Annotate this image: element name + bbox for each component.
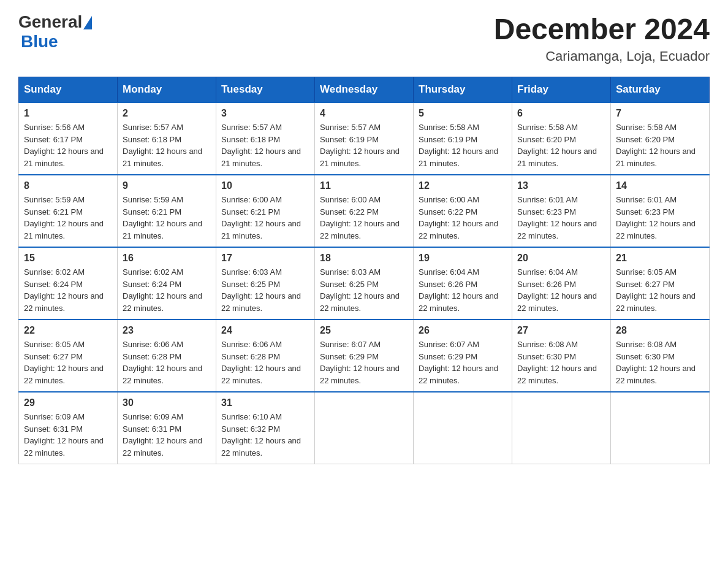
day-number: 2 — [123, 108, 211, 119]
day-number: 5 — [419, 108, 507, 119]
calendar-cell-w5-d1: 29 Sunrise: 6:09 AMSunset: 6:31 PMDaylig… — [19, 392, 118, 464]
day-info: Sunrise: 6:02 AMSunset: 6:24 PMDaylight:… — [24, 266, 112, 314]
day-number: 27 — [517, 325, 605, 336]
week-row-1: 1 Sunrise: 5:56 AMSunset: 6:17 PMDayligh… — [19, 102, 710, 175]
day-info: Sunrise: 6:09 AMSunset: 6:31 PMDaylight:… — [24, 411, 112, 459]
week-row-4: 22 Sunrise: 6:05 AMSunset: 6:27 PMDaylig… — [19, 320, 710, 392]
day-number: 24 — [221, 325, 309, 336]
header-sunday: Sunday — [19, 77, 118, 103]
day-number: 8 — [24, 180, 112, 191]
day-info: Sunrise: 6:00 AMSunset: 6:21 PMDaylight:… — [221, 194, 309, 242]
day-info: Sunrise: 5:58 AMSunset: 6:20 PMDaylight:… — [517, 121, 605, 169]
day-number: 1 — [24, 108, 112, 119]
day-info: Sunrise: 6:01 AMSunset: 6:23 PMDaylight:… — [616, 194, 704, 242]
day-number: 10 — [221, 180, 309, 191]
calendar-cell-w3-d1: 15 Sunrise: 6:02 AMSunset: 6:24 PMDaylig… — [19, 247, 118, 320]
logo-general-text: General — [18, 12, 82, 32]
day-number: 21 — [616, 253, 704, 264]
day-info: Sunrise: 6:06 AMSunset: 6:28 PMDaylight:… — [221, 339, 309, 386]
day-number: 29 — [24, 397, 112, 408]
header-monday: Monday — [118, 77, 216, 103]
header-tuesday: Tuesday — [216, 77, 315, 103]
day-info: Sunrise: 6:03 AMSunset: 6:25 PMDaylight:… — [221, 266, 309, 314]
calendar-cell-w2-d5: 12 Sunrise: 6:00 AMSunset: 6:22 PMDaylig… — [414, 175, 512, 247]
day-info: Sunrise: 5:58 AMSunset: 6:20 PMDaylight:… — [616, 121, 704, 169]
day-info: Sunrise: 6:05 AMSunset: 6:27 PMDaylight:… — [616, 266, 704, 314]
day-info: Sunrise: 5:57 AMSunset: 6:18 PMDaylight:… — [123, 121, 211, 169]
day-number: 15 — [24, 253, 112, 264]
logo: General Blue — [18, 12, 92, 52]
title-section: December 2024 Cariamanga, Loja, Ecuador — [494, 12, 710, 64]
day-info: Sunrise: 6:06 AMSunset: 6:28 PMDaylight:… — [123, 339, 211, 386]
day-number: 17 — [221, 253, 309, 264]
day-info: Sunrise: 6:07 AMSunset: 6:29 PMDaylight:… — [419, 339, 507, 386]
day-number: 4 — [320, 108, 408, 119]
day-info: Sunrise: 6:04 AMSunset: 6:26 PMDaylight:… — [517, 266, 605, 314]
calendar-cell-w2-d4: 11 Sunrise: 6:00 AMSunset: 6:22 PMDaylig… — [315, 175, 414, 247]
calendar-cell-w1-d5: 5 Sunrise: 5:58 AMSunset: 6:19 PMDayligh… — [414, 102, 512, 175]
logo-triangle-icon — [83, 16, 92, 29]
day-info: Sunrise: 5:59 AMSunset: 6:21 PMDaylight:… — [24, 194, 112, 242]
calendar-cell-w5-d7 — [611, 392, 710, 464]
calendar-cell-w4-d4: 25 Sunrise: 6:07 AMSunset: 6:29 PMDaylig… — [315, 320, 414, 392]
calendar-cell-w2-d2: 9 Sunrise: 5:59 AMSunset: 6:21 PMDayligh… — [118, 175, 216, 247]
day-number: 18 — [320, 253, 408, 264]
week-row-2: 8 Sunrise: 5:59 AMSunset: 6:21 PMDayligh… — [19, 175, 710, 247]
day-info: Sunrise: 6:08 AMSunset: 6:30 PMDaylight:… — [517, 339, 605, 386]
day-number: 26 — [419, 325, 507, 336]
calendar-cell-w2-d7: 14 Sunrise: 6:01 AMSunset: 6:23 PMDaylig… — [611, 175, 710, 247]
header-thursday: Thursday — [414, 77, 512, 103]
calendar-cell-w3-d5: 19 Sunrise: 6:04 AMSunset: 6:26 PMDaylig… — [414, 247, 512, 320]
calendar-cell-w4-d3: 24 Sunrise: 6:06 AMSunset: 6:28 PMDaylig… — [216, 320, 315, 392]
header-friday: Friday — [512, 77, 611, 103]
day-number: 25 — [320, 325, 408, 336]
calendar-cell-w4-d2: 23 Sunrise: 6:06 AMSunset: 6:28 PMDaylig… — [118, 320, 216, 392]
day-info: Sunrise: 5:59 AMSunset: 6:21 PMDaylight:… — [123, 194, 211, 242]
day-info: Sunrise: 5:57 AMSunset: 6:19 PMDaylight:… — [320, 121, 408, 169]
day-number: 31 — [221, 397, 309, 408]
calendar-cell-w5-d3: 31 Sunrise: 6:10 AMSunset: 6:32 PMDaylig… — [216, 392, 315, 464]
days-of-week-row: Sunday Monday Tuesday Wednesday Thursday… — [19, 77, 710, 103]
calendar-cell-w4-d5: 26 Sunrise: 6:07 AMSunset: 6:29 PMDaylig… — [414, 320, 512, 392]
day-info: Sunrise: 6:00 AMSunset: 6:22 PMDaylight:… — [419, 194, 507, 242]
day-number: 28 — [616, 325, 704, 336]
calendar-cell-w3-d4: 18 Sunrise: 6:03 AMSunset: 6:25 PMDaylig… — [315, 247, 414, 320]
calendar-cell-w1-d7: 7 Sunrise: 5:58 AMSunset: 6:20 PMDayligh… — [611, 102, 710, 175]
calendar-cell-w3-d3: 17 Sunrise: 6:03 AMSunset: 6:25 PMDaylig… — [216, 247, 315, 320]
calendar-cell-w2-d1: 8 Sunrise: 5:59 AMSunset: 6:21 PMDayligh… — [19, 175, 118, 247]
day-info: Sunrise: 6:08 AMSunset: 6:30 PMDaylight:… — [616, 339, 704, 386]
calendar-cell-w4-d6: 27 Sunrise: 6:08 AMSunset: 6:30 PMDaylig… — [512, 320, 611, 392]
calendar-cell-w1-d4: 4 Sunrise: 5:57 AMSunset: 6:19 PMDayligh… — [315, 102, 414, 175]
calendar-cell-w1-d2: 2 Sunrise: 5:57 AMSunset: 6:18 PMDayligh… — [118, 102, 216, 175]
calendar-cell-w5-d4 — [315, 392, 414, 464]
day-number: 30 — [123, 397, 211, 408]
calendar-table: Sunday Monday Tuesday Wednesday Thursday… — [18, 77, 710, 464]
calendar-cell-w2-d3: 10 Sunrise: 6:00 AMSunset: 6:21 PMDaylig… — [216, 175, 315, 247]
calendar-body: 1 Sunrise: 5:56 AMSunset: 6:17 PMDayligh… — [19, 102, 710, 464]
day-number: 19 — [419, 253, 507, 264]
day-number: 13 — [517, 180, 605, 191]
day-info: Sunrise: 6:05 AMSunset: 6:27 PMDaylight:… — [24, 339, 112, 386]
day-info: Sunrise: 5:58 AMSunset: 6:19 PMDaylight:… — [419, 121, 507, 169]
day-info: Sunrise: 6:01 AMSunset: 6:23 PMDaylight:… — [517, 194, 605, 242]
calendar-cell-w1-d1: 1 Sunrise: 5:56 AMSunset: 6:17 PMDayligh… — [19, 102, 118, 175]
page-header: General Blue December 2024 Cariamanga, L… — [18, 12, 710, 64]
day-number: 7 — [616, 108, 704, 119]
calendar-cell-w3-d7: 21 Sunrise: 6:05 AMSunset: 6:27 PMDaylig… — [611, 247, 710, 320]
day-number: 14 — [616, 180, 704, 191]
day-info: Sunrise: 6:10 AMSunset: 6:32 PMDaylight:… — [221, 411, 309, 459]
day-number: 16 — [123, 253, 211, 264]
calendar-cell-w4-d7: 28 Sunrise: 6:08 AMSunset: 6:30 PMDaylig… — [611, 320, 710, 392]
week-row-5: 29 Sunrise: 6:09 AMSunset: 6:31 PMDaylig… — [19, 392, 710, 464]
calendar-cell-w2-d6: 13 Sunrise: 6:01 AMSunset: 6:23 PMDaylig… — [512, 175, 611, 247]
day-info: Sunrise: 6:03 AMSunset: 6:25 PMDaylight:… — [320, 266, 408, 314]
location-label: Cariamanga, Loja, Ecuador — [494, 48, 710, 64]
day-info: Sunrise: 6:02 AMSunset: 6:24 PMDaylight:… — [123, 266, 211, 314]
calendar-cell-w3-d6: 20 Sunrise: 6:04 AMSunset: 6:26 PMDaylig… — [512, 247, 611, 320]
day-number: 11 — [320, 180, 408, 191]
day-info: Sunrise: 5:56 AMSunset: 6:17 PMDaylight:… — [24, 121, 112, 169]
calendar-title: December 2024 — [494, 12, 710, 46]
day-number: 9 — [123, 180, 211, 191]
day-number: 20 — [517, 253, 605, 264]
day-number: 6 — [517, 108, 605, 119]
